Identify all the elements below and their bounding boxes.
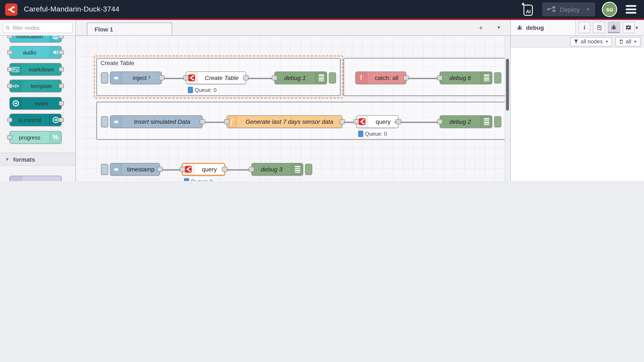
port[interactable] <box>180 167 185 172</box>
canvas-vscrollbar-thumb[interactable] <box>506 59 509 111</box>
port[interactable] <box>437 119 442 124</box>
inject-arrow-icon <box>110 163 122 175</box>
palette-filter-wrap <box>0 20 76 36</box>
debug-toggle-button[interactable] <box>494 72 501 83</box>
node-insert-simulated-data[interactable]: Insert simulated Data <box>110 115 203 128</box>
port[interactable] <box>7 118 12 122</box>
inject-button[interactable] <box>101 72 108 83</box>
book-icon <box>596 24 602 30</box>
tab-debug[interactable]: debug <box>511 20 576 35</box>
node-catch-all[interactable]: ! catch: all <box>355 71 406 84</box>
wire[interactable] <box>244 78 274 79</box>
instance-title: Careful-Mandarin-Duck-3744 <box>24 5 120 14</box>
add-flow-button[interactable]: + <box>475 24 486 32</box>
palette-node-markdown[interactable]: markdown <box>9 63 62 76</box>
port[interactable] <box>272 75 277 80</box>
node-timestamp[interactable]: timestamp <box>110 163 160 176</box>
percent-icon: % <box>50 131 61 143</box>
port[interactable] <box>59 36 64 38</box>
port[interactable] <box>200 119 205 124</box>
node-debug-1[interactable]: debug 1 <box>274 71 327 84</box>
trash-icon <box>619 39 624 44</box>
ai-assistant-button[interactable]: ✦ ✦ AI <box>521 2 536 16</box>
port[interactable] <box>59 101 64 106</box>
debug-toggle-button[interactable] <box>329 72 336 83</box>
palette-category-formats[interactable]: ▼ formats <box>0 153 76 166</box>
port[interactable] <box>59 50 64 55</box>
node-query-3-selected[interactable]: query <box>182 163 225 176</box>
node-create-table[interactable]: Create Table <box>186 71 246 84</box>
port[interactable] <box>59 118 64 122</box>
header: Careful-Mandarin-Duck-3744 ✦ ✦ AI Deploy… <box>0 0 644 19</box>
canvas-vscrollbar[interactable] <box>505 36 510 181</box>
palette-node-progress[interactable]: progress % <box>9 131 62 144</box>
flowfuse-logo-icon <box>5 3 18 15</box>
search-icon <box>6 25 10 30</box>
palette-node-audio[interactable]: audio <box>9 46 62 59</box>
wire[interactable] <box>203 121 226 123</box>
flow-canvas[interactable]: Create Table inj <box>76 36 510 181</box>
port[interactable] <box>224 119 230 124</box>
wire[interactable] <box>405 78 440 79</box>
debug-filter-button[interactable]: all nodes ▼ <box>570 37 612 46</box>
node-query-2[interactable]: query <box>356 115 399 128</box>
inject-arrow-icon <box>110 116 122 128</box>
port[interactable] <box>183 75 189 80</box>
node-debug-6[interactable]: debug 6 <box>440 71 492 84</box>
palette-node-ui-control[interactable]: ui control <box>9 114 62 126</box>
inject-button[interactable] <box>101 116 108 127</box>
node-debug-2[interactable]: debug 2 <box>440 115 492 128</box>
queue-dot-icon <box>188 87 193 93</box>
wire[interactable] <box>159 169 183 170</box>
palette-sidebar: notification audio <box>0 20 76 181</box>
port[interactable] <box>249 167 254 172</box>
bug-icon <box>517 25 522 31</box>
debug-tab-button[interactable] <box>608 22 620 33</box>
deploy-button[interactable]: Deploy ▼ <box>542 2 595 16</box>
port[interactable] <box>7 67 12 72</box>
chevron-down-icon: ▼ <box>5 157 9 162</box>
debug-toolbar: all nodes ▼ all ▼ <box>511 36 644 48</box>
port[interactable] <box>7 84 12 88</box>
config-tab-button[interactable] <box>622 22 635 33</box>
queue-dot-icon <box>358 131 363 137</box>
user-avatar[interactable]: su <box>602 2 617 17</box>
node-generate-sensor-data[interactable]: ƒ Generate last 7 days sensor data <box>226 115 342 128</box>
palette-node-notification[interactable]: notification <box>9 36 62 42</box>
palette-node-datetime-formatter[interactable]: Date/Time Formatter <box>9 176 62 181</box>
palette-filter-input[interactable] <box>12 24 70 31</box>
port[interactable] <box>403 75 409 80</box>
node-inject-1[interactable]: inject ¹ <box>110 71 162 84</box>
port[interactable] <box>7 36 12 38</box>
port[interactable] <box>340 119 345 124</box>
port[interactable] <box>7 135 12 140</box>
debug-clear-button[interactable]: all ▼ <box>616 37 640 46</box>
help-tab-button[interactable] <box>593 22 605 33</box>
debug-toggle-button[interactable] <box>494 116 501 127</box>
info-tab-button[interactable]: i <box>578 22 590 33</box>
debug-console-icon <box>291 163 303 175</box>
sidebar-panel: debug i ▼ all nodes ▼ <box>510 20 644 181</box>
port[interactable] <box>222 167 228 172</box>
port[interactable] <box>59 67 64 72</box>
port[interactable] <box>7 50 12 55</box>
queue-status-badge: Queue: 0 <box>358 130 389 137</box>
port[interactable] <box>354 119 359 124</box>
tab-flow-1[interactable]: Flow 1 <box>87 22 172 35</box>
debug-toggle-button[interactable] <box>305 164 312 175</box>
port[interactable] <box>243 75 249 80</box>
inject-button[interactable] <box>101 164 108 175</box>
main-menu-button[interactable] <box>624 3 638 15</box>
palette-node-template[interactable]: </> template <box>9 80 62 92</box>
port[interactable] <box>396 119 401 124</box>
port[interactable] <box>437 75 442 80</box>
port[interactable] <box>157 167 163 172</box>
port[interactable] <box>59 84 64 88</box>
deploy-caret-icon[interactable]: ▼ <box>586 7 590 11</box>
palette-node-event[interactable]: event <box>9 97 62 110</box>
node-debug-3[interactable]: debug 3 <box>251 163 303 176</box>
port[interactable] <box>159 75 164 80</box>
sidebar-caret-icon[interactable]: ▼ <box>635 25 639 30</box>
flow-list-caret-icon[interactable]: ▼ <box>497 25 501 30</box>
sidebar-header: debug i ▼ <box>511 20 644 36</box>
